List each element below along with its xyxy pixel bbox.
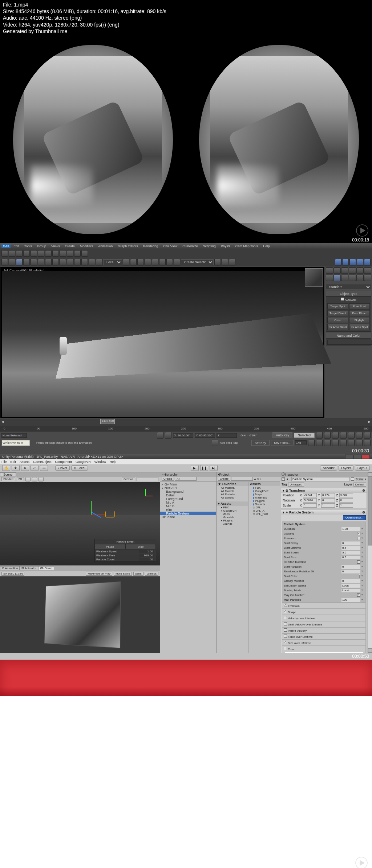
tool-icon[interactable] bbox=[123, 259, 129, 265]
playback-icon[interactable] bbox=[332, 432, 339, 439]
rect-tool-icon[interactable]: ▭ bbox=[40, 465, 48, 471]
pause-button[interactable]: ❚❚ bbox=[200, 465, 208, 471]
ps-dropdown-icon[interactable]: ▾ bbox=[360, 575, 364, 577]
nav-icon[interactable] bbox=[324, 440, 331, 446]
asset-item[interactable]: Sounds bbox=[248, 503, 280, 506]
display-tab-icon[interactable] bbox=[356, 267, 364, 274]
menu-scripting[interactable]: Scripting bbox=[201, 244, 218, 248]
game-gizmos-dropdown[interactable]: Gizmos bbox=[145, 572, 158, 576]
tool-icon[interactable] bbox=[81, 259, 88, 265]
ps-value-field[interactable]: 0 bbox=[341, 565, 360, 569]
rollout-name-color[interactable]: Name and Color bbox=[326, 333, 371, 339]
ps-dropdown-icon[interactable]: ▾ bbox=[360, 546, 364, 549]
project-folder[interactable]: Maps bbox=[217, 512, 248, 516]
stats-toggle[interactable]: Stats bbox=[133, 572, 143, 576]
move-tool-icon[interactable]: ✥ bbox=[12, 465, 20, 471]
ps-value-field[interactable]: Local bbox=[341, 588, 360, 592]
menu-googlevr[interactable]: GoogleVR bbox=[76, 460, 91, 464]
asset-item[interactable]: ◇ JPL_A bbox=[248, 509, 280, 512]
close-button[interactable] bbox=[362, 455, 370, 459]
tree-item[interactable]: ▾NASA01 bbox=[160, 486, 216, 490]
scale-tool-icon[interactable]: ⤢ bbox=[31, 465, 39, 471]
rot-x-field[interactable]: 5.6626 bbox=[303, 498, 317, 503]
ps-dropdown-icon[interactable]: ▾ bbox=[360, 570, 364, 573]
ps-checkbox[interactable] bbox=[357, 532, 360, 535]
menu-group[interactable]: Group bbox=[35, 244, 48, 248]
max-menubar[interactable]: MAX Edit Tools Group Views Create Modifi… bbox=[0, 243, 372, 249]
ps-module[interactable]: Inherit Velocity bbox=[282, 627, 366, 633]
autokey-button[interactable]: Auto Key bbox=[272, 432, 292, 438]
asset-item[interactable]: GoogleVR bbox=[248, 489, 280, 493]
autogrid-checkbox[interactable] bbox=[341, 297, 344, 301]
menu-rendering[interactable]: Rendering bbox=[141, 244, 161, 248]
key-mode-dropdown[interactable]: Selected bbox=[294, 433, 315, 438]
tool-icon[interactable] bbox=[159, 259, 166, 265]
2d-toggle[interactable]: 2D bbox=[17, 477, 24, 481]
ps-checkbox[interactable] bbox=[357, 560, 360, 564]
light-type-button[interactable]: Target Direct bbox=[327, 310, 348, 316]
project-item[interactable]: All Material bbox=[217, 486, 248, 489]
project-folder[interactable]: ▸ GoogleVR bbox=[217, 509, 248, 512]
ps-value-field[interactable]: 1.00 bbox=[341, 527, 360, 531]
menu-component[interactable]: Component bbox=[55, 460, 72, 464]
tool-icon[interactable] bbox=[1, 250, 8, 257]
asset-item[interactable]: Materials bbox=[248, 496, 280, 499]
ps-dropdown-icon[interactable]: ▾ bbox=[360, 527, 364, 530]
motion-tab-icon[interactable] bbox=[349, 267, 356, 274]
menu-gameobject[interactable]: GameObject bbox=[33, 460, 52, 464]
ps-value-field[interactable]: 0 bbox=[341, 541, 360, 545]
tool-icon[interactable] bbox=[52, 259, 59, 265]
ps-module[interactable]: Emission bbox=[282, 603, 366, 609]
tool-icon[interactable] bbox=[214, 259, 221, 265]
play-icon[interactable] bbox=[356, 224, 368, 237]
play-icon[interactable] bbox=[355, 857, 368, 868]
max-viewport[interactable]: [+] [Camera002 ] [Realistic ] bbox=[0, 267, 325, 419]
audio-icon[interactable] bbox=[32, 477, 37, 481]
open-editor-button[interactable]: Open Editor... bbox=[343, 515, 366, 520]
project-search[interactable] bbox=[231, 477, 253, 481]
ps-dropdown-icon[interactable]: ▾ bbox=[360, 579, 364, 582]
minimize-button[interactable] bbox=[345, 455, 353, 459]
ps-dropdown-icon[interactable]: ▾ bbox=[360, 593, 364, 596]
tree-item[interactable]: Mid B bbox=[160, 504, 216, 508]
scale-z-field[interactable]: 1 bbox=[339, 503, 353, 508]
animator-tab[interactable]: ⊞ Animator bbox=[20, 566, 38, 570]
category-icon[interactable] bbox=[356, 275, 364, 281]
ps-value-field[interactable]: 0.5 bbox=[341, 546, 360, 550]
tool-icon[interactable] bbox=[67, 259, 73, 265]
tool-icon[interactable] bbox=[23, 250, 30, 257]
unity-titlebar[interactable]: Unity Personal (64bit) - JPL_Part.unity … bbox=[0, 454, 372, 459]
play-button[interactable]: ▶ bbox=[191, 465, 199, 471]
ps-value-field[interactable]: 0 bbox=[341, 569, 360, 573]
tool-icon[interactable] bbox=[81, 250, 88, 257]
shading-dropdown[interactable]: Shaded bbox=[1, 477, 15, 481]
ps-value-field[interactable]: 5.5 bbox=[341, 551, 360, 555]
static-checkbox[interactable] bbox=[351, 477, 354, 481]
nav-icon[interactable] bbox=[340, 440, 347, 446]
playback-icon[interactable] bbox=[356, 432, 363, 439]
max-on-play-toggle[interactable]: Maximize on Play bbox=[86, 572, 112, 576]
favorites-header[interactable]: ★ Favorites bbox=[217, 482, 248, 486]
tree-item[interactable]: ▸GvrMain bbox=[160, 483, 216, 486]
menu-modifiers[interactable]: Modifiers bbox=[78, 244, 96, 248]
light-type-button[interactable]: mr Area Spot bbox=[349, 324, 370, 330]
nav-icon[interactable] bbox=[308, 440, 315, 446]
scale-y-field[interactable]: 1 bbox=[321, 503, 335, 508]
utilities-tab-icon[interactable] bbox=[364, 267, 371, 274]
category-icon[interactable] bbox=[349, 275, 356, 281]
ps-dropdown-icon[interactable]: ▾ bbox=[360, 598, 364, 601]
game-tab[interactable]: 🎮 Game bbox=[38, 566, 54, 570]
module-checkbox[interactable] bbox=[284, 616, 287, 619]
tree-item[interactable]: Foreground bbox=[160, 497, 216, 501]
module-checkbox[interactable] bbox=[284, 647, 287, 650]
tool-icon[interactable] bbox=[222, 259, 228, 265]
asset-item[interactable]: Plugins bbox=[248, 499, 280, 503]
tool-icon[interactable] bbox=[67, 250, 73, 257]
scene-view[interactable]: Particle Effect PauseStop Playback Speed… bbox=[0, 482, 160, 565]
tool-icon[interactable] bbox=[145, 259, 151, 265]
keyfilters-button[interactable]: Key Filters... bbox=[271, 440, 294, 445]
hand-tool-icon[interactable]: ✋ bbox=[2, 465, 10, 471]
playback-icon[interactable] bbox=[324, 432, 331, 439]
ps-dropdown-icon[interactable]: ▾ bbox=[360, 551, 364, 554]
project-item[interactable]: All Scripts bbox=[217, 496, 248, 499]
